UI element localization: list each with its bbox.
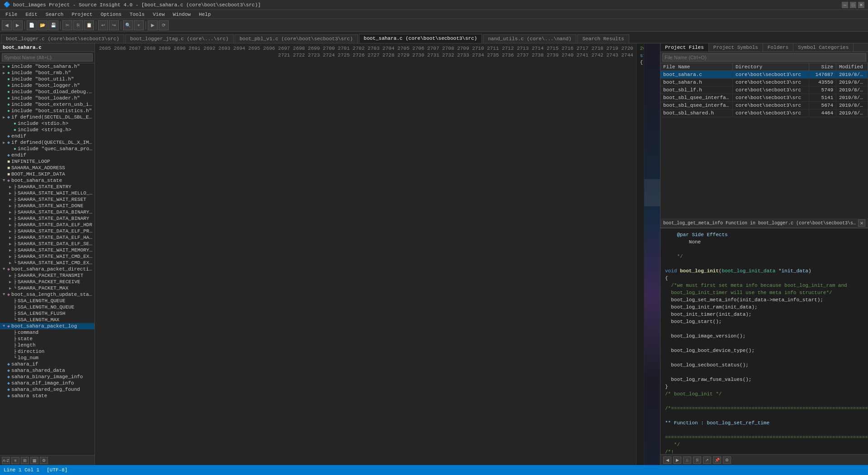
tree-bottom-grid[interactable]: ⊞	[21, 457, 29, 464]
tree-item[interactable]: ▶◆if defined(QUECTEL_DL_X_IMAGE)	[0, 139, 94, 146]
doc-toolbar-home[interactable]: ⌂	[683, 456, 691, 464]
file-row[interactable]: boot_sahara.ccore\boot\secboot3\src14768…	[660, 71, 868, 79]
tree-item[interactable]: ◆sahara_binary_image_info	[0, 374, 94, 380]
menu-item-edit[interactable]: Edit	[22, 11, 41, 18]
tree-item[interactable]: ├length	[0, 342, 94, 348]
tree-item[interactable]: ◆endif	[0, 152, 94, 158]
doc-toolbar-back[interactable]: ◀	[663, 456, 671, 464]
tree-item[interactable]: ▶├SAHARA_STATE_WAIT_RESET	[0, 196, 94, 203]
maximize-button[interactable]: □	[850, 2, 856, 8]
tree-item[interactable]: ◆sahara_shared_data	[0, 367, 94, 374]
code-content[interactable]: 2685: */static void boot_sahara_handle_d…	[637, 43, 644, 465]
tree-item[interactable]: ▶├SAHARA_STATE_DATA_ELF_PROG_H	[0, 228, 94, 234]
menu-item-file[interactable]: File	[2, 11, 21, 18]
tree-item[interactable]: ▶├SAHARA_STATE_DATA_ELF_HASH_T	[0, 234, 94, 241]
right-tab-0[interactable]: Project Files	[660, 43, 709, 52]
tree-item[interactable]: ▼◈boot_sahara_packet_direction	[0, 266, 94, 272]
toolbar-paste[interactable]: 📋	[84, 20, 94, 30]
tab-4[interactable]: nand_utils.c (core\...\nand)	[483, 34, 576, 43]
file-row[interactable]: boot_sbl_qsee_interface.hcore\boot\secbo…	[660, 102, 868, 109]
menu-item-help[interactable]: Help	[195, 11, 214, 18]
minimize-button[interactable]: ─	[842, 2, 848, 8]
toolbar-open[interactable]: 📂	[38, 20, 47, 30]
doc-toolbar-ref[interactable]: ↗	[703, 456, 711, 464]
tree-item[interactable]: ▼◈boot_sahara_packet_log	[0, 323, 94, 329]
tree-item[interactable]: ■INFINITE_LOOP	[0, 158, 94, 165]
tree-item[interactable]: ▶├SAHARA_STATE_DATA_BINARY	[0, 215, 94, 222]
tree-item[interactable]: ■SAHARA_MAX_ADDRESS	[0, 165, 94, 171]
tree-item[interactable]: ●include "boot_loader.h"	[0, 95, 94, 101]
tree-item[interactable]: ●include "boot_dload_debug.h"	[0, 89, 94, 95]
toolbar-find-ref[interactable]: ⌖	[134, 20, 144, 30]
menu-item-search[interactable]: Search	[42, 11, 67, 18]
tree-item[interactable]: ●include "boot_statistics.h"	[0, 108, 94, 114]
tree-item[interactable]: ●include <string.h>	[0, 127, 94, 133]
tree-item[interactable]: ◆sahara_elf_image_info	[0, 380, 94, 386]
tab-2[interactable]: boot_pbl_v1.c (core\boot\secboot3\src)	[235, 34, 358, 43]
tree-item[interactable]: ▶├SAHARA_STATE_WAIT_DONE	[0, 203, 94, 209]
toolbar-new[interactable]: 📄	[27, 20, 37, 30]
file-row[interactable]: boot_sbl_lf.hcore\boot\secboot3\src57492…	[660, 86, 868, 94]
tree-item[interactable]: ▶├SAHARA_PACKET_TRANSMIT	[0, 272, 94, 279]
toolbar-redo[interactable]: ↪	[109, 20, 119, 30]
tree-item[interactable]: ▶├SAHARA_STATE_ENTRY	[0, 184, 94, 190]
tree-item[interactable]: ├command	[0, 329, 94, 336]
toolbar-sync[interactable]: ⟳	[159, 20, 169, 30]
right-tab-1[interactable]: Project Symbols	[709, 43, 763, 52]
tree-item[interactable]: ├SSA_LENGTH_FLUSH	[0, 310, 94, 317]
code-editor[interactable]: 2685 2686 2687 2688 2689 2690 2691 2692 …	[95, 43, 660, 465]
tree-item[interactable]: ▼◈boot_ssa_length_update_state	[0, 291, 94, 298]
tree-item[interactable]: ▼◈boot_sahara_state	[0, 177, 94, 184]
file-row[interactable]: boot_sbl_shared.hcore\boot\secboot3\src4…	[660, 109, 868, 117]
doc-close-button[interactable]: ✕	[858, 219, 865, 227]
file-row[interactable]: boot_sbl_qsee_interface.ccore\boot\secbo…	[660, 94, 868, 102]
tree-item[interactable]: ├direction	[0, 348, 94, 355]
tree-bottom-filter[interactable]: ▦	[30, 457, 38, 464]
tree-item[interactable]: ▶├SAHARA_STATE_DATA_ELF_SEGMEN	[0, 241, 94, 247]
tree-bottom-az[interactable]: A-Z	[2, 457, 10, 464]
tree-bottom-list[interactable]: ≡	[11, 457, 19, 464]
tree-item[interactable]: ├SSA_LENGTH_QUEUE	[0, 298, 94, 304]
tree-item[interactable]: ▶├SAHARA_STATE_WAIT_CMD_EXEC	[0, 253, 94, 260]
tree-item[interactable]: ◆endif	[0, 133, 94, 139]
tree-item[interactable]: ●include <stdio.h>	[0, 120, 94, 127]
tab-5[interactable]: Search Results	[577, 34, 629, 43]
tree-item[interactable]: ▶├SAHARA_PACKET_RECEIVE	[0, 279, 94, 285]
right-tab-2[interactable]: Folders	[763, 43, 793, 52]
tree-item[interactable]: ●include "boot_extern_usb_interface.h"	[0, 101, 94, 108]
doc-toolbar-copy[interactable]: ⎘	[693, 456, 701, 464]
menu-item-tools[interactable]: Tools	[126, 11, 148, 18]
toolbar-cut[interactable]: ✂	[62, 20, 72, 30]
toolbar-copy[interactable]: ⎘	[73, 20, 83, 30]
doc-toolbar-forward[interactable]: ▶	[673, 456, 681, 464]
menu-item-options[interactable]: Options	[97, 11, 125, 18]
doc-toolbar-pin[interactable]: 📌	[713, 456, 721, 464]
tree-item[interactable]: ●include "boot_logger.h"	[0, 82, 94, 89]
tree-item[interactable]: ▶├SAHARA_STATE_WAIT_HELLO_RESP	[0, 190, 94, 196]
tree-item[interactable]: ▶├SAHARA_STATE_WAIT_MEMORY_RE	[0, 247, 94, 253]
tree-item[interactable]: ▶└SAHARA_PACKET_MAX	[0, 285, 94, 291]
tree-item[interactable]: ▶└SAHARA_STATE_WAIT_CMD_EXEC_D	[0, 260, 94, 266]
tree-item[interactable]: ├SSA_LENGTH_NO_QUEUE	[0, 304, 94, 310]
tree-item[interactable]: ▶├SAHARA_STATE_DATA_BINARY_HDF	[0, 209, 94, 215]
file-row[interactable]: boot_sahara.hcore\boot\secboot3\src43550…	[660, 79, 868, 86]
tab-1[interactable]: boot_logger_jtag.c (core\...\src)	[125, 34, 234, 43]
toolbar-search[interactable]: 🔍	[123, 20, 133, 30]
toolbar-forward[interactable]: ▶	[13, 20, 23, 30]
tree-item[interactable]: └log_num	[0, 355, 94, 361]
tree-bottom-settings[interactable]: ⚙	[40, 457, 48, 464]
tab-3[interactable]: boot_sahara.c (core\boot\secboot3\src)	[359, 34, 482, 43]
tree-item[interactable]: ●include "boot_util.h"	[0, 76, 94, 82]
tree-item[interactable]: ▶├SAHARA_STATE_DATA_ELF_HDR	[0, 222, 94, 228]
toolbar-save[interactable]: 💾	[48, 20, 58, 30]
file-search-input[interactable]	[662, 53, 866, 62]
tree-item[interactable]: ▶●include "boot_rmb.h"	[0, 70, 94, 76]
right-tab-3[interactable]: Symbol Categories	[793, 43, 854, 52]
symbol-search-input[interactable]	[2, 53, 93, 62]
tab-0[interactable]: boot_logger.c (core\boot\secboot3\src)	[1, 34, 124, 43]
menu-item-view[interactable]: View	[149, 11, 168, 18]
tree-item[interactable]: ◆sahara state	[0, 393, 94, 399]
tree-item[interactable]: ■BOOT_MHI_SKIP_DATA	[0, 171, 94, 177]
tree-item[interactable]: ▶◆if defined(SECTEL_DL_SBL_EMERGEN	[0, 114, 94, 120]
toolbar-undo[interactable]: ↩	[98, 20, 108, 30]
